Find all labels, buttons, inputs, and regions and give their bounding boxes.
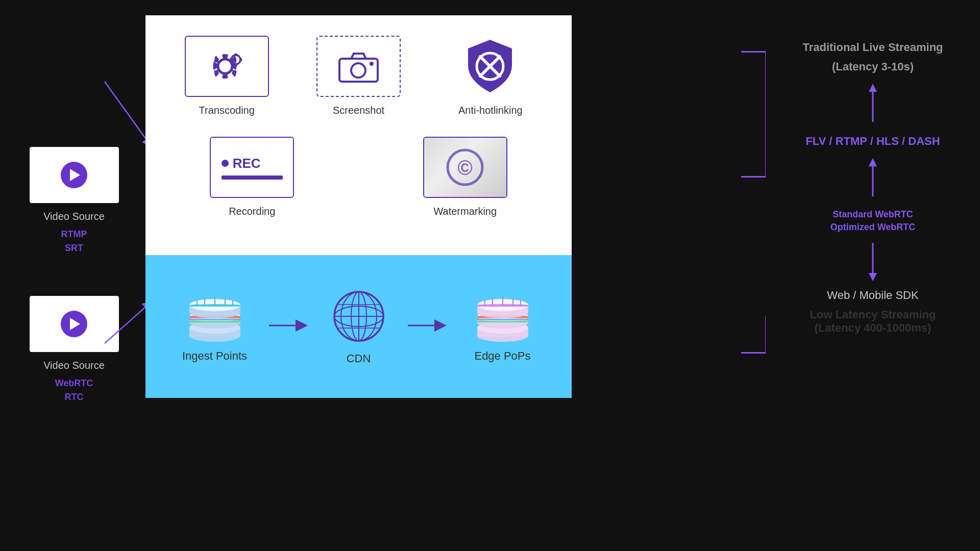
rec-bar bbox=[222, 176, 283, 180]
low-latency-block: Low Latency Streaming (Latency 400-1000m… bbox=[810, 308, 936, 335]
top-video-source-label: Video Source bbox=[43, 211, 105, 222]
transcoding-label: Transcoding bbox=[199, 105, 255, 116]
rtmp-label: RTMP bbox=[61, 228, 87, 241]
anti-hotlinking-feature: Anti-hotlinking bbox=[430, 36, 551, 116]
webrtc-modes: Standard WebRTC Optimized WebRTC bbox=[830, 209, 916, 233]
edge-pops-label: Edge PoPs bbox=[474, 349, 530, 363]
top-play-button bbox=[61, 162, 87, 188]
anti-hotlinking-icon-box bbox=[448, 36, 532, 97]
svg-point-10 bbox=[370, 62, 374, 66]
recording-feature: REC Recording bbox=[166, 137, 338, 217]
right-panel: Traditional Live Streaming (Latency 3-10… bbox=[766, 0, 980, 551]
rec-title: REC bbox=[222, 156, 261, 171]
cdn-edge-arrow bbox=[408, 318, 449, 335]
bottom-play-button bbox=[61, 311, 87, 337]
svg-rect-55 bbox=[477, 321, 528, 322]
rec-dot bbox=[222, 160, 229, 167]
shield-icon bbox=[463, 37, 517, 96]
optimized-webrtc-label: Optimized WebRTC bbox=[830, 222, 916, 233]
svg-marker-69 bbox=[869, 158, 877, 166]
top-protocol-labels: RTMP SRT bbox=[61, 228, 87, 255]
watermarking-icon-box: © bbox=[423, 137, 507, 198]
features-row-1: Transcoding Screenshot bbox=[166, 36, 551, 116]
watermarking-feature: © Watermarking bbox=[379, 137, 552, 217]
features-section: Transcoding Screenshot bbox=[145, 15, 572, 255]
watermarking-bg: © bbox=[424, 138, 506, 197]
arrow-up-icon2 bbox=[868, 158, 878, 199]
sdk-label: Web / Mobile SDK bbox=[827, 289, 918, 302]
recording-icon-box: REC bbox=[210, 137, 294, 198]
svg-point-2 bbox=[218, 59, 232, 73]
arrow-up-icon bbox=[868, 84, 878, 124]
screenshot-feature: Screenshot bbox=[298, 36, 419, 116]
protocol-link-label: FLV / RTMP / HLS / DASH bbox=[805, 135, 940, 148]
rec-text: REC bbox=[233, 156, 261, 171]
rec-content: REC bbox=[216, 151, 288, 185]
arrow-up-container bbox=[868, 84, 878, 124]
globe-icon bbox=[331, 288, 387, 344]
right-horiz-line-bottom bbox=[741, 352, 767, 354]
cdn-item: CDN bbox=[331, 288, 387, 365]
svg-point-9 bbox=[351, 63, 365, 78]
right-horiz-line-top bbox=[741, 51, 767, 53]
traditional-subtitle: (Latency 3-10s) bbox=[832, 60, 914, 73]
bottom-video-source-label: Video Source bbox=[43, 360, 105, 371]
features-row-2: REC Recording © Water bbox=[166, 137, 551, 217]
svg-rect-4 bbox=[234, 54, 237, 56]
rtc-label: RTC bbox=[55, 390, 93, 404]
arrow-down-container bbox=[868, 240, 878, 281]
standard-webrtc-label: Standard WebRTC bbox=[832, 209, 913, 220]
transcoding-icon-box bbox=[185, 36, 269, 97]
svg-marker-71 bbox=[869, 273, 877, 281]
transcoding-feature: Transcoding bbox=[166, 36, 287, 116]
copyright-icon: © bbox=[445, 147, 485, 188]
arrow-down-icon bbox=[868, 240, 878, 281]
bottom-protocol-labels: WebRTC RTC bbox=[55, 377, 93, 404]
svg-rect-25 bbox=[189, 321, 240, 322]
anti-hotlinking-label: Anti-hotlinking bbox=[458, 105, 523, 116]
ingest-cdn-arrow bbox=[269, 318, 310, 335]
arrow-up-container2 bbox=[868, 158, 878, 199]
svg-marker-67 bbox=[869, 84, 877, 92]
low-latency-subtitle: (Latency 400-1000ms) bbox=[810, 321, 936, 335]
ingest-points-label: Ingest Points bbox=[182, 349, 247, 363]
svg-rect-6 bbox=[230, 58, 232, 61]
screenshot-label: Screenshot bbox=[333, 105, 384, 116]
svg-line-0 bbox=[105, 82, 151, 145]
svg-rect-54 bbox=[477, 319, 528, 320]
cdn-label: CDN bbox=[347, 352, 371, 365]
svg-text:©: © bbox=[458, 157, 473, 179]
gear-icon bbox=[204, 43, 250, 89]
recording-label: Recording bbox=[229, 206, 275, 217]
ingest-points-icon bbox=[182, 291, 248, 342]
svg-rect-24 bbox=[189, 319, 240, 320]
traditional-title: Traditional Live Streaming bbox=[802, 41, 943, 54]
ingest-points-item: Ingest Points bbox=[182, 291, 248, 363]
watermarking-label: Watermarking bbox=[433, 206, 497, 217]
low-latency-title: Low Latency Streaming bbox=[810, 308, 936, 321]
srt-label: SRT bbox=[61, 241, 87, 255]
edge-pops-icon bbox=[470, 291, 536, 342]
svg-line-1 bbox=[105, 303, 151, 343]
svg-rect-7 bbox=[239, 58, 242, 61]
traditional-streaming-block: Traditional Live Streaming (Latency 3-10… bbox=[802, 41, 943, 73]
screenshot-icon-box bbox=[316, 36, 401, 97]
edge-pops-item: Edge PoPs bbox=[470, 291, 536, 363]
top-video-source: Video Source RTMP SRT bbox=[30, 147, 119, 255]
webrtc-label: WebRTC bbox=[55, 377, 93, 390]
top-video-box bbox=[30, 147, 119, 203]
infrastructure-section: Ingest Points bbox=[145, 255, 572, 398]
svg-rect-5 bbox=[234, 63, 237, 66]
main-panel: Transcoding Screenshot bbox=[145, 15, 572, 398]
camera-icon bbox=[337, 48, 380, 84]
right-horiz-line-mid bbox=[741, 176, 767, 178]
